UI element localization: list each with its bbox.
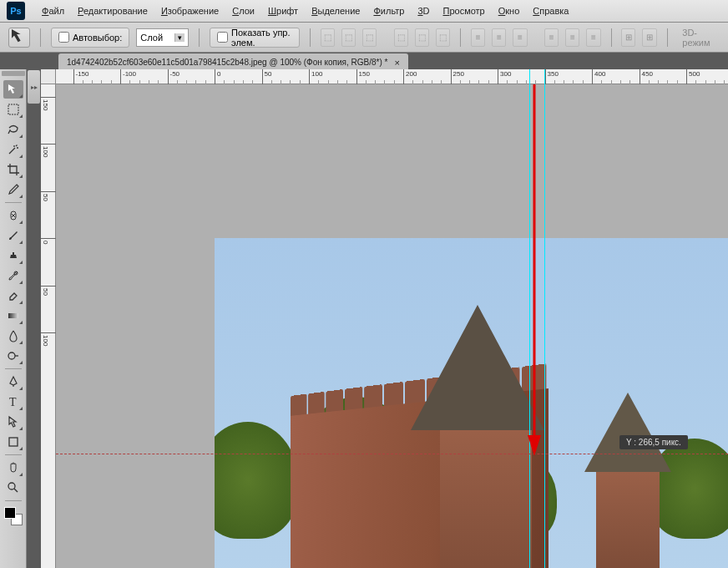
tool-separator: [5, 454, 22, 455]
tool-separator: [5, 202, 22, 203]
magic-wand-tool-icon[interactable]: [3, 140, 23, 159]
distribute-vcenter-icon[interactable]: ≡: [492, 28, 506, 47]
distribute-hcenter-icon[interactable]: ≡: [565, 28, 579, 47]
document-image[interactable]: [215, 238, 728, 568]
show-transform-label: Показать упр. элем.: [231, 28, 292, 48]
svg-rect-3: [8, 313, 18, 318]
menu-file[interactable]: Файл: [35, 3, 71, 19]
align-top-icon[interactable]: ⬚: [321, 28, 335, 47]
mode-3d-label: 3D-режим: [677, 28, 720, 48]
align-bottom-icon[interactable]: ⬚: [362, 28, 377, 47]
crop-tool-icon[interactable]: [3, 160, 23, 179]
current-tool-preset-button[interactable]: [8, 28, 30, 48]
show-transform-input[interactable]: [217, 32, 228, 43]
close-tab-icon[interactable]: ×: [394, 58, 399, 68]
separator: [40, 28, 41, 47]
menu-edit[interactable]: Редактирование: [71, 3, 154, 19]
tooltip-label: Y :: [626, 438, 636, 447]
canvas-area[interactable]: ▸▸: [27, 69, 728, 568]
shape-tool-icon[interactable]: [3, 433, 23, 451]
distribute-bottom-icon[interactable]: ≡: [513, 28, 527, 47]
align-left-icon[interactable]: ⬚: [394, 28, 408, 47]
zoom-tool-icon[interactable]: [3, 479, 23, 497]
distribute-left-icon[interactable]: ≡: [544, 28, 559, 47]
distribute-top-icon[interactable]: ≡: [471, 28, 485, 47]
tools-panel: T: [0, 69, 27, 568]
history-brush-tool-icon[interactable]: [3, 266, 23, 285]
tool-separator: [5, 500, 22, 501]
vertical-guide[interactable]: [529, 69, 530, 568]
auto-select-target-value: Слой: [140, 33, 163, 43]
menu-3d[interactable]: 3D: [411, 3, 436, 19]
guide-position-tooltip: Y : 266,5 пикс.: [619, 435, 688, 449]
pen-tool-icon[interactable]: [3, 373, 23, 391]
clone-stamp-tool-icon[interactable]: [3, 246, 23, 265]
marquee-tool-icon[interactable]: [3, 100, 23, 119]
canvas-viewport[interactable]: [56, 84, 728, 568]
separator: [199, 28, 200, 47]
document-tab[interactable]: 1d4742402b52cf603e60e11c5d01a798415c2b48…: [58, 53, 408, 69]
document-tab-bar: 1d4742402b52cf603e60e11c5d01a798415c2b48…: [0, 53, 728, 69]
auto-blend-icon[interactable]: ⊞: [642, 28, 656, 47]
menu-filter[interactable]: Фильтр: [367, 3, 411, 19]
separator: [667, 28, 668, 47]
move-tool-icon[interactable]: [3, 80, 23, 99]
eraser-tool-icon[interactable]: [3, 287, 23, 305]
healing-brush-tool-icon[interactable]: [3, 206, 23, 225]
align-hcenter-icon[interactable]: ⬚: [415, 28, 429, 47]
menu-window[interactable]: Окно: [492, 3, 527, 19]
gradient-tool-icon[interactable]: [3, 307, 23, 325]
menu-help[interactable]: Справка: [526, 3, 575, 19]
eyedropper-tool-icon[interactable]: [3, 180, 23, 199]
menu-image[interactable]: Изображение: [154, 3, 225, 19]
menu-layers[interactable]: Слои: [225, 3, 261, 19]
separator: [460, 28, 461, 47]
foreground-color-swatch[interactable]: [4, 507, 16, 519]
align-right-icon[interactable]: ⬚: [436, 28, 450, 47]
auto-select-target-dropdown[interactable]: Слой: [136, 28, 189, 47]
dodge-tool-icon[interactable]: [3, 347, 23, 365]
horizontal-ruler[interactable]: [56, 69, 728, 84]
menu-type[interactable]: Шрифт: [261, 3, 305, 19]
workspace: T ▸▸: [0, 69, 728, 568]
image-tower-region: [432, 305, 540, 568]
path-selection-tool-icon[interactable]: [3, 413, 23, 431]
vertical-ruler[interactable]: [41, 84, 56, 568]
auto-select-label: Автовыбор:: [73, 33, 122, 43]
svg-point-7: [8, 483, 15, 489]
blur-tool-icon[interactable]: [3, 327, 23, 345]
auto-align-icon[interactable]: ⊞: [621, 28, 635, 47]
menu-view[interactable]: Просмотр: [436, 3, 491, 19]
lasso-tool-icon[interactable]: [3, 120, 23, 139]
separator: [611, 28, 612, 47]
show-transform-controls-checkbox[interactable]: Показать упр. элем.: [210, 28, 300, 48]
auto-select-checkbox[interactable]: Автовыбор:: [51, 28, 129, 48]
expand-panel-icon[interactable]: ▸▸: [28, 70, 40, 104]
align-vcenter-icon[interactable]: ⬚: [341, 28, 356, 47]
tool-separator: [5, 368, 22, 369]
color-swatches[interactable]: [4, 507, 23, 525]
svg-point-4: [8, 352, 15, 359]
image-tower-region: [590, 393, 665, 568]
hand-tool-icon[interactable]: [3, 459, 23, 477]
vertical-guide[interactable]: [544, 69, 545, 568]
menu-select[interactable]: Выделение: [305, 3, 367, 19]
app-logo-icon: Ps: [7, 2, 25, 20]
ruler-origin[interactable]: [41, 69, 56, 84]
svg-text:T: T: [9, 396, 17, 408]
horizontal-guide-dragging[interactable]: [56, 454, 728, 454]
brush-tool-icon[interactable]: [3, 226, 23, 245]
separator: [310, 28, 311, 47]
svg-rect-0: [8, 104, 18, 114]
document-tab-title: 1d4742402b52cf603e60e11c5d01a798415c2b48…: [67, 58, 387, 67]
menu-bar: Ps Файл Редактирование Изображение Слои …: [0, 0, 728, 23]
panel-collapse-strip: ▸▸: [27, 69, 41, 568]
tooltip-value: 266,5 пикс.: [639, 438, 681, 447]
distribute-right-icon[interactable]: ≡: [586, 28, 600, 47]
svg-rect-6: [9, 438, 18, 446]
options-bar: Автовыбор: Слой Показать упр. элем. ⬚ ⬚ …: [0, 23, 728, 53]
panel-grip-icon[interactable]: [2, 71, 25, 76]
type-tool-icon[interactable]: T: [3, 393, 23, 411]
auto-select-input[interactable]: [58, 32, 69, 43]
